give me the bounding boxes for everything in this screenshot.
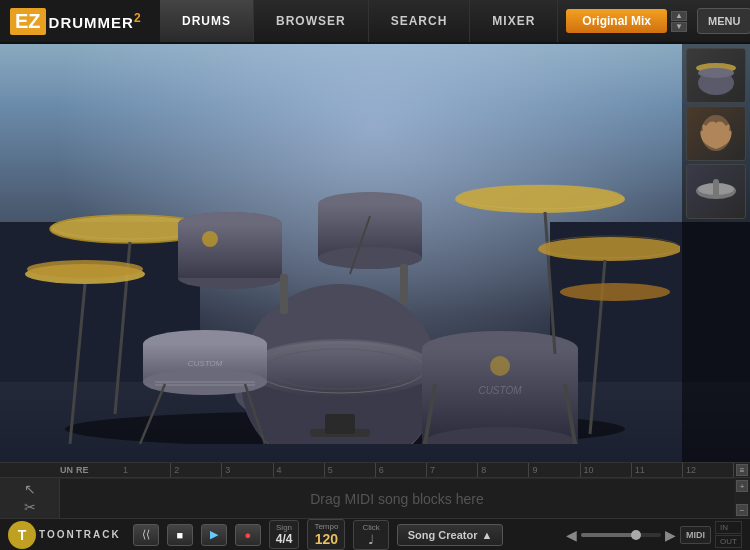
svg-point-47 — [490, 356, 510, 376]
right-panel — [682, 44, 750, 462]
thumb-hand[interactable] — [686, 106, 746, 161]
tab-browser[interactable]: BROWSER — [254, 0, 369, 42]
tab-mixer[interactable]: MIXER — [470, 0, 558, 42]
vol-left-arrow[interactable]: ◀ — [566, 527, 577, 543]
cursor-tool[interactable]: ↖ — [24, 481, 36, 497]
tempo-value: 120 — [315, 531, 338, 547]
scissors-tool[interactable]: ✂ — [24, 499, 36, 515]
volume-area: ◀ ▶ MIDI IN OUT — [511, 521, 742, 548]
volume-fill — [581, 533, 636, 537]
nav-tabs: DRUMS BROWSER SEARCH MIXER — [160, 0, 558, 42]
svg-text:CUSTOM: CUSTOM — [188, 359, 223, 368]
svg-rect-49 — [400, 264, 408, 304]
app-logo: EZ DRUMMER2 — [0, 0, 160, 42]
ruler-mark-10: 10 — [581, 463, 632, 477]
timeline-ruler: UN RE 123456789101112 ≡ — [0, 462, 750, 478]
ruler-marks: 123456789101112 — [120, 463, 734, 477]
volume-thumb[interactable] — [631, 530, 641, 540]
svg-point-20 — [245, 341, 435, 397]
svg-point-52 — [698, 68, 734, 78]
ruler-mark-4: 4 — [274, 463, 325, 477]
toontrack-icon: T — [8, 521, 36, 549]
thumb-drums[interactable] — [686, 48, 746, 103]
click-note-icon: ♩ — [368, 532, 374, 547]
song-track-area: ↖ ✂ Drag MIDI song blocks here + − — [0, 478, 750, 518]
song-track[interactable]: Drag MIDI song blocks here — [60, 478, 734, 518]
undo-label[interactable]: UN — [60, 465, 73, 475]
drums-illustration: CUSTOM CUSTOM — [10, 74, 680, 444]
ruler-mark-12: 12 — [683, 463, 734, 477]
rewind-button[interactable]: ⟨⟨ — [133, 524, 159, 546]
record-button[interactable]: ● — [235, 524, 261, 546]
stop-button[interactable]: ■ — [167, 524, 193, 546]
svg-point-6 — [27, 260, 143, 278]
scroll-right-btn[interactable]: ≡ — [736, 464, 748, 476]
ruler-mark-9: 9 — [529, 463, 580, 477]
tab-search[interactable]: SEARCH — [369, 0, 471, 42]
svg-rect-56 — [713, 179, 719, 199]
ruler-mark-11: 11 — [632, 463, 683, 477]
preset-area: Original Mix ▲ ▼ MENU — [558, 8, 750, 34]
preset-arrows: ▲ ▼ — [671, 11, 687, 32]
play-button[interactable]: ▶ — [201, 524, 227, 546]
ruler-mark-7: 7 — [427, 463, 478, 477]
drum-area: CUSTOM CUSTOM — [0, 44, 750, 462]
in-button[interactable]: IN — [715, 521, 742, 534]
svg-rect-48 — [280, 274, 288, 314]
svg-line-35 — [545, 212, 555, 354]
svg-point-39 — [560, 283, 670, 301]
logo-ez: EZ — [10, 8, 46, 35]
track-controls: ↖ ✂ — [0, 478, 60, 518]
in-out-buttons: IN OUT — [715, 521, 742, 548]
menu-button[interactable]: MENU — [697, 8, 750, 34]
toontrack-label: TOONTRACK — [39, 529, 121, 540]
tempo-label: Tempo — [314, 522, 338, 531]
svg-line-7 — [70, 284, 85, 444]
zoom-in-btn[interactable]: + — [736, 480, 748, 492]
svg-rect-41 — [325, 414, 355, 434]
thumb-metal[interactable] — [686, 164, 746, 219]
svg-point-36 — [538, 237, 680, 261]
bottom-bar: UN RE 123456789101112 ≡ ↖ ✂ Drag MIDI so… — [0, 462, 750, 550]
svg-rect-12 — [178, 224, 282, 278]
ruler-mark-8: 8 — [478, 463, 529, 477]
top-bar: EZ DRUMMER2 DRUMS BROWSER SEARCH MIXER O… — [0, 0, 750, 44]
click-box[interactable]: Click ♩ — [353, 520, 388, 550]
drag-midi-label: Drag MIDI song blocks here — [310, 491, 484, 507]
logo-drummer: DRUMMER2 — [49, 11, 142, 31]
scrollbar-right: + − — [734, 478, 750, 518]
volume-slider[interactable] — [581, 533, 661, 537]
transport-bar: T TOONTRACK ⟨⟨ ■ ▶ ● Sign 4/4 Tempo 120 … — [0, 518, 750, 550]
sign-value: 4/4 — [276, 532, 293, 546]
zoom-out-btn[interactable]: − — [736, 504, 748, 516]
song-creator-button[interactable]: Song Creator ▲ — [397, 524, 504, 546]
time-signature-box[interactable]: Sign 4/4 — [269, 520, 300, 549]
tab-drums[interactable]: DRUMS — [160, 0, 254, 42]
toontrack-logo: T TOONTRACK — [8, 521, 121, 549]
tempo-box[interactable]: Tempo 120 — [307, 519, 345, 550]
vol-right-arrow[interactable]: ▶ — [665, 527, 676, 543]
svg-point-46 — [202, 231, 218, 247]
logo-number: 2 — [134, 11, 142, 25]
preset-button[interactable]: Original Mix — [566, 9, 667, 33]
redo-label[interactable]: RE — [76, 465, 89, 475]
out-button[interactable]: OUT — [715, 535, 742, 548]
svg-text:CUSTOM: CUSTOM — [478, 385, 522, 396]
preset-up-arrow[interactable]: ▲ — [671, 11, 687, 21]
sign-label: Sign — [276, 523, 292, 532]
ruler-mark-1: 1 — [120, 463, 171, 477]
ruler-mark-2: 2 — [171, 463, 222, 477]
midi-button[interactable]: MIDI — [680, 526, 711, 544]
click-label: Click — [362, 523, 379, 532]
ruler-mark-6: 6 — [376, 463, 427, 477]
ruler-mark-3: 3 — [222, 463, 273, 477]
preset-down-arrow[interactable]: ▼ — [671, 22, 687, 32]
ruler-mark-5: 5 — [325, 463, 376, 477]
